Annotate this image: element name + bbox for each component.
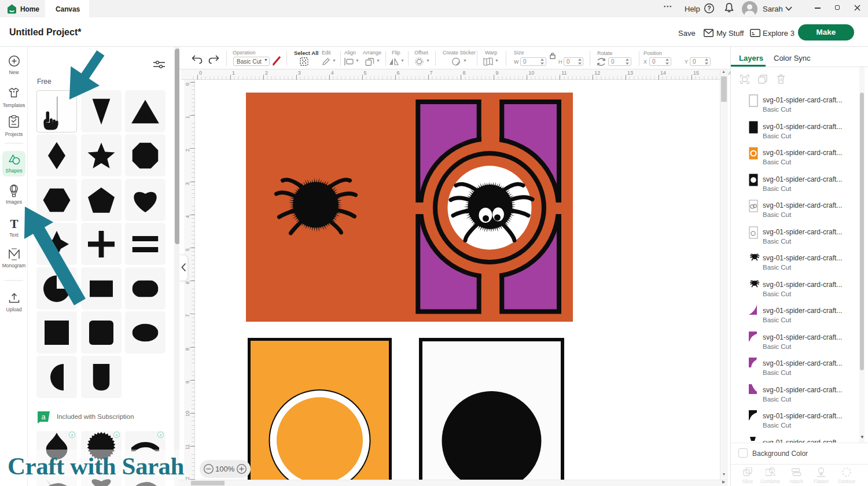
svg-text:a: a (160, 433, 162, 437)
svg-text:a: a (116, 433, 118, 437)
svg-text:?: ? (707, 5, 711, 12)
svg-text:a: a (41, 413, 46, 421)
svg-text:a: a (71, 433, 73, 437)
